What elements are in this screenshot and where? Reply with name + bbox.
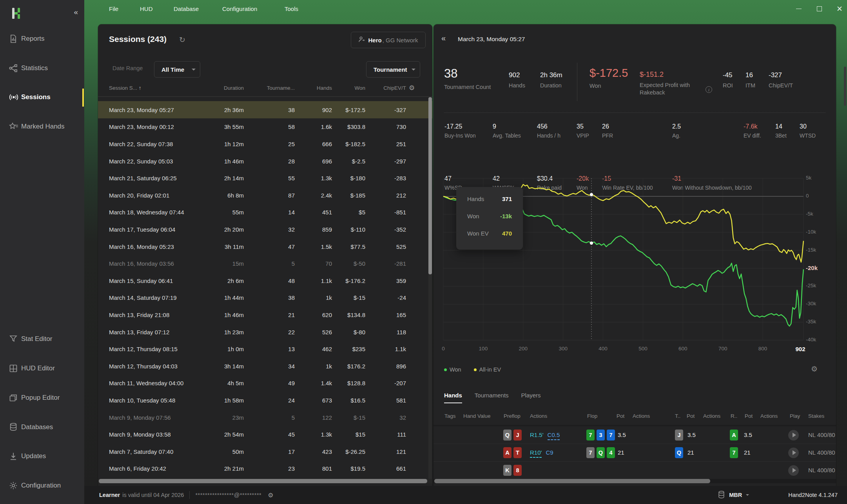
column-duration[interactable]: Duration	[196, 85, 244, 91]
sidebar-item-marked-hands[interactable]: Marked Hands	[0, 118, 84, 135]
hand-row[interactable]: QJR1.5'C0.57373.5J3.5A3.5NL 400/80	[433, 426, 836, 444]
detail-tabs: HandsTournamentsPlayers	[444, 392, 541, 403]
session-duration: 55m	[196, 209, 244, 216]
session-row[interactable]: March 13, Friday 21:081h 46m21620$134.81…	[98, 306, 432, 323]
y-axis-tick: -20k	[806, 265, 818, 271]
maximize-icon[interactable]	[815, 5, 823, 13]
session-row[interactable]: March 12, Thursday 08:151h 0m13462$2351.…	[98, 340, 432, 357]
chevron-down-icon[interactable]	[746, 494, 749, 496]
app-logo-icon	[11, 7, 22, 21]
hand-stakes: NL 400/80	[808, 467, 836, 473]
column-session-start[interactable]: Session S... ↑	[109, 85, 141, 91]
column-hands[interactable]: Hands	[296, 85, 332, 91]
play-hand-button[interactable]	[788, 465, 799, 476]
play-hand-button[interactable]	[788, 448, 799, 458]
session-row[interactable]: March 7, Saturday 07:4050m17423$-26.2512…	[98, 443, 432, 460]
session-row[interactable]: March 11, Wednesday 04:004h 5m491.4k$128…	[98, 375, 432, 392]
session-chipev: -281	[357, 260, 406, 267]
session-row[interactable]: March 12, Thursday 04:033h 14m341k$176.2…	[98, 357, 432, 375]
session-date: March 12, Thursday 04:03	[109, 363, 178, 369]
session-row[interactable]: March 20, Friday 02:016h 8m872.4k$-18521…	[98, 187, 432, 204]
session-row[interactable]: March 22, Sunday 07:381h 12m25666$-182.5…	[98, 135, 432, 152]
session-duration: 23m	[196, 414, 244, 421]
hands-column-8: Pot	[687, 413, 695, 419]
session-row[interactable]: March 16, Monday 03:5615m570$-50-281	[98, 255, 432, 272]
session-date: March 22, Sunday 05:03	[109, 158, 173, 164]
session-duration: 2h 21m	[196, 465, 244, 472]
sidebar-item-stat-editor[interactable]: Stat Editor	[0, 330, 84, 348]
session-chipev: -352	[357, 226, 406, 232]
session-row[interactable]: March 22, Sunday 05:031h 46m28696$-2.5-2…	[98, 152, 432, 170]
session-row[interactable]: March 18, Wednesday 07:4455m14451$5-851	[98, 204, 432, 221]
game-type-select[interactable]: Tournament	[366, 61, 420, 78]
account-selector-button[interactable]: Hero , GG Network	[351, 32, 426, 48]
tooltip-row: Won-13k	[467, 213, 512, 221]
sidebar-item-hud-editor[interactable]: HUD Editor	[0, 360, 84, 377]
hands-horizontal-scrollbar[interactable]	[433, 479, 836, 483]
sidebar-item-sessions[interactable]: Sessions	[0, 89, 84, 106]
session-hands: 801	[296, 465, 332, 472]
hands-column-6: Actions	[633, 413, 650, 419]
player-icon	[358, 36, 365, 44]
legend-won[interactable]: Won	[444, 366, 461, 373]
chart-gear-icon[interactable]: ⚙	[811, 364, 818, 373]
hand-row[interactable]: K8NL 400/80	[433, 462, 836, 479]
play-hand-button[interactable]	[788, 430, 799, 441]
sessions-vertical-scrollbar[interactable]	[428, 97, 432, 480]
session-row[interactable]: March 16, Monday 05:233h 11m471.5k$77.55…	[98, 238, 432, 255]
session-row[interactable]: March 17, Tuesday 06:042h 20m32859$-110-…	[98, 221, 432, 238]
menu-database[interactable]: Database	[174, 0, 199, 18]
menu-tools[interactable]: Tools	[285, 0, 298, 18]
session-row[interactable]: March 15, Sunday 06:412h 6m481.1k$-176.2…	[98, 272, 432, 289]
current-database-selector[interactable]: MBR	[729, 492, 742, 498]
sidebar-item-popup-editor[interactable]: Popup Editor	[0, 389, 84, 406]
hand-row[interactable]: ATR10'C97Q421Q21721NL 400/80	[433, 444, 836, 462]
sidebar-item-configuration[interactable]: Configuration	[0, 477, 84, 494]
column-tournaments[interactable]: Tourname...	[251, 85, 295, 91]
sidebar-collapse-button[interactable]: «	[74, 8, 78, 16]
sidebar-item-label: Popup Editor	[21, 394, 60, 402]
close-icon[interactable]: ✕	[835, 5, 844, 13]
minimize-icon[interactable]	[794, 5, 803, 13]
session-row[interactable]: March 9, Monday 07:5623m5122$-1532	[98, 409, 432, 426]
session-row[interactable]: March 23, Monday 00:123h 55m581.6k$303.8…	[98, 118, 432, 136]
sidebar-item-updates[interactable]: Updates	[0, 448, 84, 465]
session-tournaments: 47	[251, 243, 295, 250]
sidebar-item-statistics[interactable]: Statistics	[0, 60, 84, 77]
column-chipev[interactable]: ChipEV/T	[357, 85, 406, 91]
menu-hud[interactable]: HUD	[140, 0, 153, 18]
sidebar-item-label: Sessions	[21, 93, 51, 101]
session-tournaments: 32	[251, 226, 295, 232]
sessions-horizontal-scrollbar[interactable]	[98, 479, 432, 483]
hands-column-0: Tags	[444, 413, 456, 419]
legend-all-in-ev[interactable]: All-in EV	[474, 366, 501, 373]
window-scrollbar-thumb[interactable]	[844, 67, 846, 106]
tab-tournaments[interactable]: Tournaments	[475, 392, 509, 403]
session-row[interactable]: March 14, Saturday 07:191h 44m381k$-15-2…	[98, 289, 432, 306]
session-row[interactable]: March 23, Monday 05:272h 36m38902$-172.5…	[98, 101, 432, 118]
tooltip-label: Won	[467, 213, 479, 221]
session-row[interactable]: March 21, Saturday 06:252h 14m551.3k$-18…	[98, 169, 432, 187]
flop-pot: 21	[618, 449, 624, 456]
session-row[interactable]: March 9, Monday 03:582h 54m451.3k$15111	[98, 426, 432, 443]
session-duration: 3h 14m	[196, 363, 244, 369]
tab-hands[interactable]: Hands	[444, 392, 462, 403]
tab-players[interactable]: Players	[521, 392, 541, 403]
sidebar-item-databases[interactable]: Databases	[0, 419, 84, 436]
session-duration: 1h 44m	[196, 294, 244, 301]
columns-gear-icon[interactable]: ⚙	[409, 84, 415, 92]
sessions-icon	[9, 92, 18, 102]
x-axis-tick: 400	[599, 346, 608, 352]
menu-configuration[interactable]: Configuration	[222, 0, 257, 18]
date-range-select[interactable]: All Time	[154, 61, 200, 78]
sidebar-item-reports[interactable]: Reports	[0, 30, 84, 47]
session-row[interactable]: March 10, Tuesday 05:481h 58m24673$16.55…	[98, 392, 432, 409]
session-row[interactable]: March 13, Friday 07:121h 23m22526$-80118	[98, 323, 432, 341]
sidebar-item-label: Updates	[21, 452, 46, 460]
refresh-icon[interactable]: ↻	[179, 35, 185, 44]
app-window: FileHUDDatabaseConfigurationTools ✕ « Re…	[0, 0, 847, 504]
session-duration: 1h 0m	[196, 346, 244, 352]
session-duration: 3h 11m	[196, 243, 244, 250]
license-gear-icon[interactable]: ⚙	[268, 491, 273, 499]
menu-file[interactable]: File	[109, 0, 118, 18]
